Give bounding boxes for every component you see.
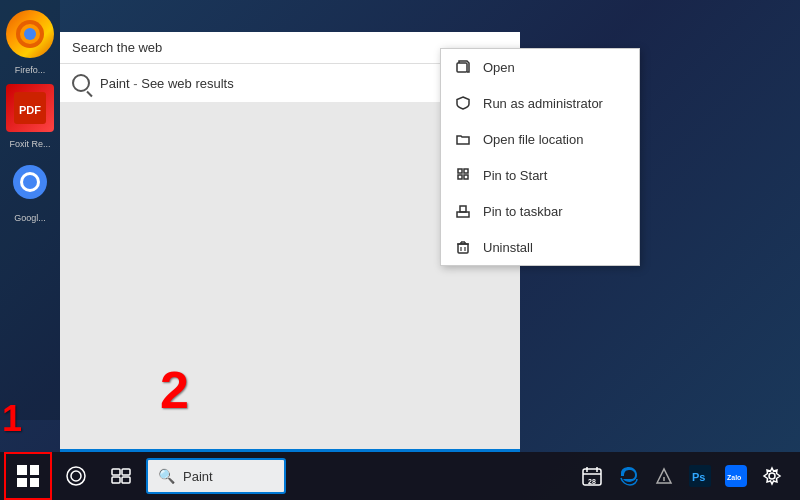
system-tray: 28 Ps — [576, 460, 796, 492]
calendar-tray-icon[interactable]: 28 — [576, 460, 608, 492]
context-run-admin-label: Run as administrator — [483, 96, 603, 111]
context-item-run-admin[interactable]: Run as administrator — [441, 85, 639, 121]
ps-tray-icon[interactable]: Ps — [684, 460, 716, 492]
svg-point-38 — [769, 473, 775, 479]
svg-text:Zalo: Zalo — [727, 474, 741, 481]
svg-rect-24 — [112, 469, 120, 475]
firefox-icon[interactable] — [6, 10, 54, 58]
task-view-button[interactable] — [100, 454, 144, 498]
svg-rect-25 — [122, 469, 130, 475]
desktop-icons-panel: Firefo... PDF Foxit Re... Googl... — [0, 0, 60, 420]
context-uninstall-label: Uninstall — [483, 240, 533, 255]
firefox-label: Firefo... — [5, 66, 55, 76]
svg-rect-12 — [464, 175, 468, 179]
zalo-tray-icon[interactable]: Zalo — [720, 460, 752, 492]
svg-rect-27 — [122, 477, 130, 483]
svg-point-22 — [67, 467, 85, 485]
taskbar-search-icon: 🔍 — [158, 468, 175, 484]
shield-icon — [455, 95, 471, 111]
context-item-pin-start[interactable]: Pin to Start — [441, 157, 639, 193]
search-result-label: Paint - See web results — [100, 76, 493, 91]
svg-rect-8 — [457, 63, 467, 72]
annotation-1: 1 — [2, 398, 22, 440]
taskbar-search-text: Paint — [183, 469, 213, 484]
desktop: Firefo... PDF Foxit Re... Googl... Searc… — [0, 0, 800, 500]
pin-taskbar-icon — [455, 203, 471, 219]
taskbar-search-box[interactable]: 🔍 Paint — [146, 458, 286, 494]
folder-icon — [455, 131, 471, 147]
search-result-icon — [72, 74, 90, 92]
svg-text:Ps: Ps — [692, 471, 705, 483]
svg-rect-15 — [458, 244, 468, 253]
svg-rect-9 — [458, 169, 462, 173]
svg-rect-10 — [464, 169, 468, 173]
open-icon — [455, 59, 471, 75]
context-item-open-location[interactable]: Open file location — [441, 121, 639, 157]
context-pin-taskbar-label: Pin to taskbar — [483, 204, 563, 219]
svg-point-23 — [71, 471, 81, 481]
context-item-uninstall[interactable]: Uninstall — [441, 229, 639, 265]
context-item-pin-taskbar[interactable]: Pin to taskbar — [441, 193, 639, 229]
chrome-label: Googl... — [5, 214, 55, 224]
start-button[interactable] — [4, 452, 52, 500]
pin-start-icon — [455, 167, 471, 183]
svg-point-7 — [23, 175, 37, 189]
app-tray-icon[interactable] — [648, 460, 680, 492]
context-menu: Open Run as administrator Open file loca… — [440, 48, 640, 266]
taskbar: 🔍 Paint 28 — [0, 452, 800, 500]
svg-rect-14 — [460, 206, 466, 212]
svg-rect-26 — [112, 477, 120, 483]
trash-icon — [455, 239, 471, 255]
context-item-open[interactable]: Open — [441, 49, 639, 85]
annotation-2: 2 — [160, 360, 189, 420]
foxit-label: Foxit Re... — [5, 140, 55, 150]
foxit-icon[interactable]: PDF — [6, 84, 54, 132]
svg-point-2 — [24, 28, 36, 40]
svg-text:28: 28 — [588, 478, 596, 485]
windows-icon — [17, 465, 39, 487]
chrome-icon[interactable] — [6, 158, 54, 206]
context-open-label: Open — [483, 60, 515, 75]
settings-tray-icon[interactable] — [756, 460, 788, 492]
svg-text:PDF: PDF — [19, 104, 41, 116]
cortana-button[interactable] — [54, 454, 98, 498]
context-pin-start-label: Pin to Start — [483, 168, 547, 183]
context-open-location-label: Open file location — [483, 132, 583, 147]
edge-tray-icon[interactable] — [612, 460, 644, 492]
svg-rect-11 — [458, 175, 462, 179]
